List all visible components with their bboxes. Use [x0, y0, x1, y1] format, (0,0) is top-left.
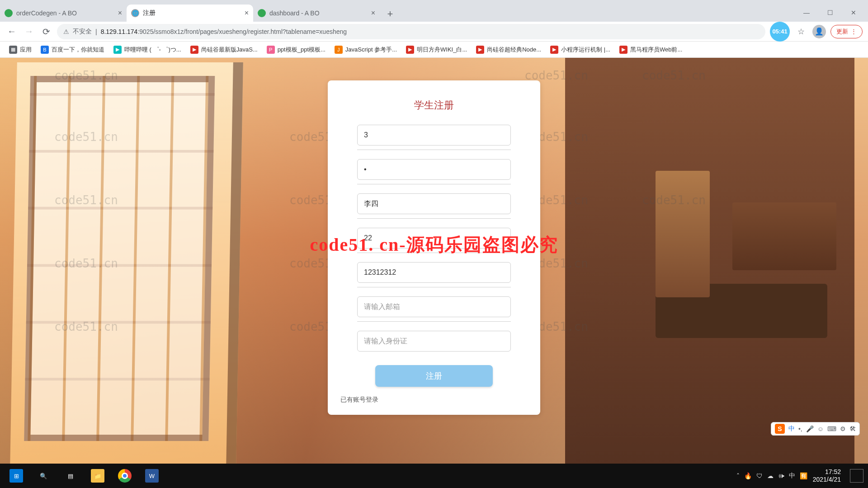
start-button[interactable]: ⊞ — [5, 464, 28, 488]
tray-up-icon[interactable]: ˄ — [736, 472, 740, 479]
search-icon: 🔍 — [37, 469, 50, 483]
tab-register[interactable]: 🌐 注册 × — [127, 5, 253, 22]
clock-date: 2021/4/21 — [813, 476, 841, 483]
ime-punct-icon[interactable]: •, — [798, 425, 802, 432]
bookmark-icon: ▶ — [619, 46, 627, 54]
clock-time: 17:52 — [813, 468, 841, 476]
taskbar: ⊞ 🔍 ▤ 📁 W ˄ 🔥 🛡 ☁ 🕪 中 🈶 17:52 2021/4/21 — [0, 464, 868, 488]
word-button[interactable]: W — [140, 464, 164, 488]
folder-icon: 📁 — [91, 469, 104, 483]
menu-icon: ⋮ — [851, 28, 857, 35]
task-view-button[interactable]: ▤ — [59, 464, 82, 488]
ime-brand-icon: S — [775, 424, 785, 434]
reload-button[interactable]: ⟳ — [40, 25, 52, 38]
email-input[interactable] — [357, 296, 511, 317]
minimize-button[interactable]: — — [796, 4, 817, 22]
taskbar-clock[interactable]: 17:52 2021/4/21 — [813, 468, 841, 483]
tabs-container: orderCodegen - A BO × 🌐 注册 × dashboard -… — [0, 0, 398, 22]
close-window-button[interactable]: ✕ — [843, 4, 864, 22]
bookmark-miniprogram[interactable]: ▶小程序运行机制 |... — [547, 44, 614, 56]
browser-tab-strip: orderCodegen - A BO × 🌐 注册 × dashboard -… — [0, 0, 868, 22]
bookmark-icon: ▶ — [476, 46, 484, 54]
bookmark-js-ref[interactable]: JJavaScript 参考手... — [331, 44, 401, 56]
bookmark-icon: ▶ — [550, 46, 558, 54]
name-input[interactable] — [357, 193, 511, 214]
tab-order-codegen[interactable]: orderCodegen - A BO × — [0, 5, 127, 22]
ime-gear-icon[interactable]: ⚙ — [840, 425, 846, 432]
back-button[interactable]: ← — [5, 25, 18, 38]
bookmark-ppt[interactable]: Pppt模板_ppt模板... — [263, 44, 329, 56]
card-title: 学生注册 — [340, 99, 528, 112]
login-link[interactable]: 已有账号登录 — [340, 396, 528, 404]
bookmark-javas[interactable]: ▶尚硅谷最新版JavaS... — [187, 44, 261, 56]
idcard-input[interactable] — [357, 331, 511, 352]
bookmark-heima[interactable]: ▶黑马程序员Web前... — [616, 44, 686, 56]
favicon-icon — [5, 9, 13, 17]
new-tab-button[interactable]: + — [382, 6, 398, 22]
security-label: 不安全 — [73, 28, 92, 36]
word-icon: W — [145, 469, 159, 483]
tray-sound-icon[interactable]: 🕪 — [778, 472, 784, 479]
background-decor — [565, 58, 854, 464]
maximize-button[interactable]: ☐ — [819, 4, 841, 22]
chrome-button[interactable] — [113, 464, 137, 488]
bookmark-icon: ▶ — [190, 46, 198, 54]
window-controls: — ☐ ✕ — [796, 4, 864, 22]
ime-lang[interactable]: 中 — [788, 425, 795, 433]
bookmark-icon: ▶ — [113, 46, 122, 54]
tray-lang-icon[interactable]: 中 — [789, 472, 795, 480]
bookmarks-bar: ▦ 应用 B百度一下，你就知道 ▶哔哩哔哩 ( ゜- ゜)つ... ▶尚硅谷最新… — [0, 42, 868, 58]
bookmark-icon: B — [41, 46, 49, 54]
background-decor — [10, 62, 243, 464]
tab-title: 注册 — [143, 9, 241, 17]
bookmark-icon: P — [267, 46, 275, 54]
globe-icon: 🌐 — [131, 9, 139, 17]
url-text: 8.129.11.174:9025/ssmo8x1z/front/pages/x… — [101, 28, 347, 35]
ime-face-icon[interactable]: ☺ — [817, 425, 824, 432]
warning-icon: ⚠ — [63, 28, 69, 35]
update-button[interactable]: 更新⋮ — [830, 25, 863, 38]
register-card: 学生注册 注册 已有账号登录 — [328, 80, 540, 415]
bookmark-icon: ▶ — [406, 46, 414, 54]
tab-title: orderCodegen - A BO — [16, 9, 114, 17]
close-icon[interactable]: × — [118, 9, 122, 17]
phone-input[interactable] — [357, 262, 511, 283]
profile-avatar[interactable]: 👤 — [812, 25, 826, 38]
ime-tool-icon[interactable]: 🛠 — [849, 425, 856, 432]
tray-cloud-icon[interactable]: ☁ — [767, 472, 774, 479]
bookmark-bilibili[interactable]: ▶哔哩哔哩 ( ゜- ゜)つ... — [110, 44, 185, 56]
bookmark-icon: J — [335, 46, 343, 54]
close-icon[interactable]: × — [371, 9, 375, 17]
tray-flame-icon[interactable]: 🔥 — [744, 472, 752, 479]
extension-badge[interactable]: 05:41 — [770, 22, 790, 42]
separator: | — [95, 28, 97, 35]
age-input[interactable] — [357, 228, 511, 249]
bookmark-baidu[interactable]: B百度一下，你就知道 — [37, 44, 108, 56]
bookmark-arknights[interactable]: ▶明日方舟WIKI_白... — [402, 44, 471, 56]
register-button[interactable]: 注册 — [375, 365, 493, 387]
ime-mic-icon[interactable]: 🎤 — [806, 425, 814, 432]
explorer-button[interactable]: 📁 — [86, 464, 109, 488]
tab-title: dashboard - A BO — [269, 9, 368, 17]
ime-keyboard-icon[interactable]: ⌨ — [827, 425, 836, 432]
ime-toolbar[interactable]: S 中 •, 🎤 ☺ ⌨ ⚙ 🛠 — [771, 422, 860, 436]
password-input[interactable] — [357, 159, 511, 180]
address-row: ← → ⟳ ⚠ 不安全 | 8.129.11.174:9025/ssmo8x1z… — [0, 22, 868, 42]
notification-button[interactable] — [850, 469, 863, 483]
address-bar[interactable]: ⚠ 不安全 | 8.129.11.174:9025/ssmo8x1z/front… — [57, 24, 765, 39]
apps-icon: ▦ — [9, 46, 17, 54]
username-input[interactable] — [357, 125, 511, 145]
bookmark-node[interactable]: ▶尚硅谷超经典Node... — [472, 44, 545, 56]
bookmark-star-icon[interactable]: ☆ — [794, 25, 808, 38]
close-icon[interactable]: × — [245, 9, 249, 17]
chrome-icon — [118, 469, 132, 483]
page-content: code51.cn code51.cn code51.cn code51.cn … — [0, 58, 868, 464]
search-button[interactable]: 🔍 — [32, 464, 55, 488]
tray-ime-icon[interactable]: 🈶 — [800, 472, 807, 479]
system-tray[interactable]: ˄ 🔥 🛡 ☁ 🕪 中 🈶 — [736, 472, 807, 480]
tab-dashboard[interactable]: dashboard - A BO × — [253, 5, 380, 22]
tray-shield-icon[interactable]: 🛡 — [756, 472, 763, 479]
forward-button[interactable]: → — [23, 25, 35, 38]
taskview-icon: ▤ — [64, 469, 77, 483]
apps-button[interactable]: ▦ 应用 — [5, 44, 35, 56]
